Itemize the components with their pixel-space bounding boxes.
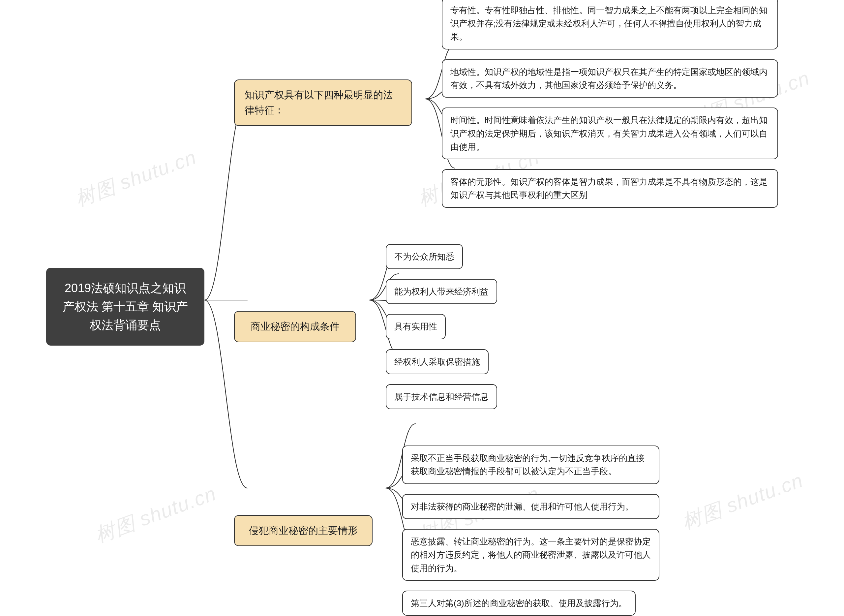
leaf-node[interactable]: 具有实用性 [386, 314, 446, 339]
leaf-node[interactable]: 采取不正当手段获取商业秘密的行为,一切违反竞争秩序的直接获取商业秘密情报的手段都… [402, 446, 659, 484]
branch-2: 商业秘密的构成条件 不为公众所知悉 能为权利人带来经济利益 具有实用性 经权利人… [234, 244, 778, 409]
leaf-node[interactable]: 属于技术信息和经营信息 [386, 384, 497, 409]
branch-node-features[interactable]: 知识产权具有以下四种最明显的法律特征： [234, 79, 412, 126]
leaf-node[interactable]: 不为公众所知悉 [386, 244, 463, 269]
branch-node-infringe[interactable]: 侵犯商业秘密的主要情形 [234, 515, 372, 546]
branch-1: 知识产权具有以下四种最明显的法律特征： 专有性。专有性即独占性、排他性。同一智力… [234, 0, 778, 208]
leaf-group-conditions: 不为公众所知悉 能为权利人带来经济利益 具有实用性 经权利人采取保密措施 属于技… [386, 244, 497, 409]
leaf-group-features: 专有性。专有性即独占性、排他性。同一智力成果之上不能有两项以上完全相同的知识产权… [442, 0, 778, 208]
root-node[interactable]: 2019法硕知识点之知识产权法 第十五章 知识产权法背诵要点 [46, 268, 204, 345]
branch-node-conditions[interactable]: 商业秘密的构成条件 [234, 311, 356, 342]
leaf-node[interactable]: 经权利人采取保密措施 [386, 349, 489, 374]
branch-3: 侵犯商业秘密的主要情形 采取不正当手段获取商业秘密的行为,一切违反竞争秩序的直接… [234, 446, 778, 616]
leaf-node[interactable]: 专有性。专有性即独占性、排他性。同一智力成果之上不能有两项以上完全相同的知识产权… [442, 0, 778, 50]
leaf-node[interactable]: 恶意披露、转让商业秘密的行为。这一条主要针对的是保密协定的相对方违反约定，将他人… [402, 529, 659, 581]
mindmap-container: 2019法硕知识点之知识产权法 第十五章 知识产权法背诵要点 知识产权具有以下四… [46, 20, 804, 594]
leaf-node[interactable]: 时间性。时间性意味着依法产生的知识产权一般只在法律规定的期限内有效，超出知识产权… [442, 107, 778, 159]
leaf-node[interactable]: 客体的无形性。知识产权的客体是智力成果，而智力成果是不具有物质形态的，这是知识产… [442, 169, 778, 208]
leaf-node[interactable]: 第三人对第(3)所述的商业秘密的获取、使用及披露行为。 [402, 591, 636, 616]
leaf-group-infringe: 采取不正当手段获取商业秘密的行为,一切违反竞争秩序的直接获取商业秘密情报的手段都… [402, 446, 659, 616]
leaf-node[interactable]: 地域性。知识产权的地域性是指一项知识产权只在其产生的特定国家或地区的领域内有效，… [442, 59, 778, 98]
leaf-node[interactable]: 能为权利人带来经济利益 [386, 279, 497, 304]
leaf-node[interactable]: 对非法获得的商业秘密的泄漏、使用和许可他人使用行为。 [402, 494, 659, 519]
branch-group: 知识产权具有以下四种最明显的法律特征： 专有性。专有性即独占性、排他性。同一智力… [234, 0, 778, 616]
